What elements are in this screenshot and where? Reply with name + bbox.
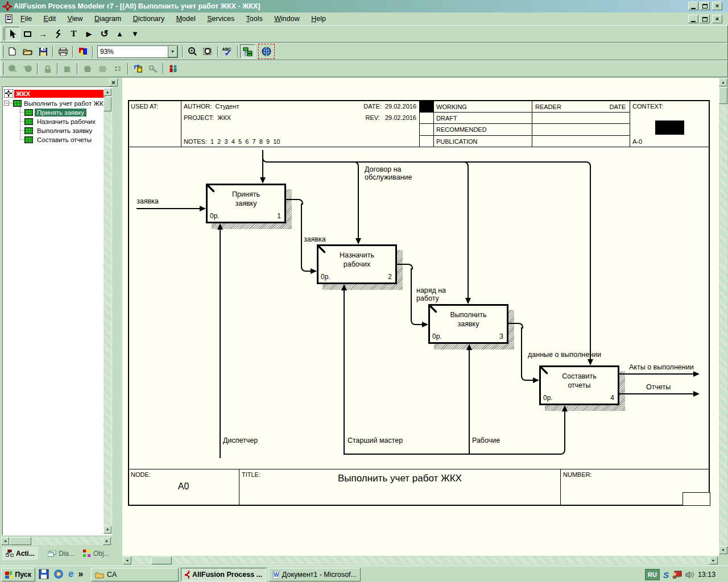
tree-row-activity-2[interactable]: Назначить рабочих: [20, 117, 98, 126]
close-button[interactable]: ×: [712, 2, 722, 10]
canvas-scroll-up-button[interactable]: ▲: [719, 78, 727, 86]
canvas-hscrollbar-thumb[interactable]: [151, 556, 172, 564]
pointer-tool-button[interactable]: [5, 27, 20, 41]
restore-button[interactable]: [700, 2, 710, 10]
canvas-hscrollbar-track[interactable]: [131, 556, 709, 564]
media-player-icon[interactable]: [53, 569, 64, 579]
activity-box-4[interactable]: Составитьотчеты 0р. 4: [539, 365, 619, 405]
collapse-toggle[interactable]: −: [4, 101, 9, 106]
canvas-scroll-down-button[interactable]: ▼: [719, 546, 727, 554]
tree-row-model[interactable]: ЖКХ: [4, 89, 105, 98]
menu-tools[interactable]: Tools: [242, 13, 267, 24]
language-indicator[interactable]: RU: [645, 569, 660, 580]
tree-scroll-up-button[interactable]: ▲: [104, 88, 111, 96]
tree-scrollbar-track[interactable]: [104, 111, 111, 526]
arrow-label-naryad[interactable]: наряд на работу: [416, 286, 463, 302]
menu-help[interactable]: Help: [307, 13, 330, 24]
tree-hscrollbar-thumb[interactable]: [10, 537, 31, 545]
go-down-button[interactable]: ▼: [127, 27, 143, 41]
tree-row-activity-3[interactable]: Выполнить заявку: [20, 126, 94, 135]
role-group-button[interactable]: [166, 62, 181, 76]
canvas-vscrollbar-thumb[interactable]: [719, 87, 727, 104]
go-up-button[interactable]: ▲: [112, 27, 127, 41]
canvas-vscrollbar-track[interactable]: [719, 104, 727, 546]
arrow-label-dannye[interactable]: данные о выполнении: [528, 351, 601, 359]
tree-node-label[interactable]: Выполнить учет работ ЖКХ: [22, 100, 107, 107]
arrow-tool-button[interactable]: →: [35, 27, 51, 41]
quicklaunch-overflow-icon[interactable]: »: [78, 569, 83, 579]
new-button[interactable]: [5, 44, 20, 59]
activity-box-1[interactable]: Принятьзаявку 0р. 1: [206, 184, 286, 223]
report-web-button[interactable]: [259, 44, 274, 59]
store-model-button[interactable]: [5, 62, 20, 76]
data-store-button[interactable]: [130, 62, 146, 76]
tree-node-label[interactable]: Выполнить заявку: [35, 127, 94, 135]
clock[interactable]: 13:13: [698, 571, 715, 579]
script-button[interactable]: [95, 62, 110, 76]
grid-button[interactable]: [110, 62, 126, 76]
model-explorer-button[interactable]: [240, 44, 255, 59]
toolbar-grip[interactable]: [2, 63, 3, 75]
menu-dictionary[interactable]: Dictionary: [129, 13, 169, 24]
activity-box-tool-button[interactable]: [20, 27, 35, 41]
canvas-scroll-right-button[interactable]: ►: [709, 556, 718, 564]
tree-row-context-activity[interactable]: − Выполнить учет работ ЖКХ: [4, 99, 107, 107]
stamp-button[interactable]: [80, 62, 95, 76]
activity-box-2[interactable]: Назначитьрабочих 0р. 2: [317, 244, 397, 284]
tree-scrollbar-thumb[interactable]: [104, 97, 111, 111]
undo-button[interactable]: ↺: [97, 27, 112, 41]
minimize-button[interactable]: [688, 2, 698, 10]
taskbar-button-ca[interactable]: CA: [91, 568, 179, 581]
print-button[interactable]: [55, 44, 71, 59]
text-tool-button[interactable]: T: [66, 27, 81, 41]
retrieve-model-button[interactable]: [20, 62, 35, 76]
key-button[interactable]: [146, 62, 161, 76]
zoom-in-button[interactable]: [185, 44, 200, 59]
lock-button[interactable]: [40, 62, 55, 76]
toolbar-grip[interactable]: [2, 45, 3, 58]
menu-diagram[interactable]: Diagram: [90, 13, 126, 24]
tree-node-label-selected[interactable]: Принять заявку: [35, 109, 86, 117]
save-button[interactable]: [35, 44, 51, 59]
open-button[interactable]: [20, 44, 35, 59]
tree-node-label[interactable]: Назначить рабочих: [35, 118, 98, 126]
internet-explorer-icon[interactable]: e: [68, 568, 73, 580]
tree-scroll-left-button[interactable]: ◄: [1, 537, 9, 545]
squiggle-tool-button[interactable]: [51, 27, 66, 41]
tray-app-icon[interactable]: S: [663, 570, 669, 580]
go-to-child-button[interactable]: ▶: [81, 27, 97, 41]
panel-close-button[interactable]: ×: [109, 78, 118, 86]
menu-model[interactable]: Model: [172, 13, 200, 24]
arrow-label-zayavka2[interactable]: заявка: [304, 235, 326, 243]
title-bar[interactable]: AllFusion Process Modeler r7 - [(A0) Вып…: [0, 0, 728, 13]
child-close-button[interactable]: ×: [712, 15, 722, 23]
activity-box-3[interactable]: Выполнитьзаявку 0р. 3: [428, 304, 508, 344]
tree-node-label[interactable]: Составить отчеты: [35, 136, 94, 144]
menu-services[interactable]: Services: [202, 13, 239, 24]
menu-window[interactable]: Window: [270, 13, 304, 24]
menu-view[interactable]: View: [63, 13, 88, 24]
tree-hscrollbar-track[interactable]: [31, 537, 102, 545]
arrow-label-input[interactable]: заявка: [136, 197, 159, 205]
quicklaunch-save-icon[interactable]: [39, 569, 49, 579]
toolbar-grip[interactable]: [2, 28, 3, 40]
arrow-label-mech3[interactable]: Рабочие: [472, 436, 500, 444]
child-minimize-button[interactable]: [688, 15, 698, 23]
network-monitor-icon[interactable]: [672, 571, 682, 579]
arrow-label-output2[interactable]: Отчеты: [646, 383, 671, 391]
volume-icon[interactable]: [685, 571, 694, 579]
zoom-area-button[interactable]: [200, 44, 216, 59]
tree-row-activity-1[interactable]: Принять заявку: [20, 108, 86, 117]
zoom-dropdown-button[interactable]: ▼: [168, 46, 177, 57]
tree-scroll-down-button[interactable]: ▼: [104, 526, 111, 534]
tab-activities[interactable]: Acti...: [2, 547, 38, 560]
start-button[interactable]: Пуск: [1, 568, 35, 581]
model-root-label[interactable]: ЖКХ: [14, 90, 105, 98]
menu-file[interactable]: File: [16, 13, 36, 24]
tree-scroll-right-button[interactable]: ►: [103, 537, 111, 545]
canvas-scroll-left-button[interactable]: ◄: [123, 556, 131, 564]
zoom-combobox[interactable]: 93% ▼: [97, 45, 178, 58]
tree-row-activity-4[interactable]: Составить отчеты: [20, 135, 94, 144]
tab-diagrams[interactable]: Dia...: [44, 547, 78, 560]
taskbar-button-allfusion[interactable]: AllFusion Process ...: [181, 568, 266, 581]
